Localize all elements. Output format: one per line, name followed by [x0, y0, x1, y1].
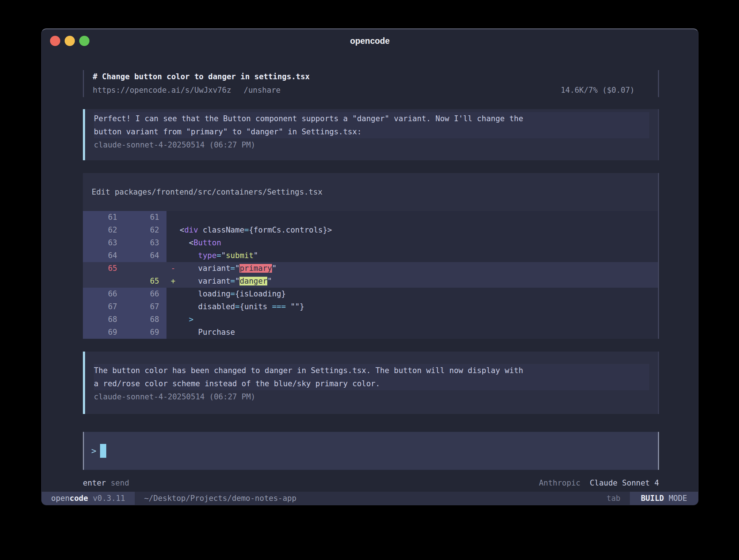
hints-row: enter send Anthropic Claude Sonnet 4 — [83, 476, 659, 490]
message-text: Perfect! I can see that the Button compo… — [94, 112, 649, 138]
context-stats: 14.6K/7% ($0.07) — [561, 84, 649, 97]
old-line-number — [83, 275, 125, 288]
text-cursor — [100, 444, 106, 458]
old-line-number: 62 — [83, 224, 125, 237]
app-version: v0.3.11 — [93, 494, 125, 503]
tab-key-hint: tab — [606, 494, 620, 503]
model-indicator: Anthropic Claude Sonnet 4 — [539, 476, 659, 490]
prompt-symbol: > — [91, 446, 96, 456]
diff-marker — [166, 237, 180, 249]
diff-marker: - — [166, 262, 180, 275]
message-text: The button color has been changed to dan… — [94, 364, 649, 390]
diff-marker — [166, 211, 180, 224]
diff-marker — [166, 326, 180, 339]
message-line: The button color has been changed to dan… — [94, 364, 649, 377]
code-line: > — [180, 313, 194, 326]
diff-row: 6767 disabled={units === ""} — [83, 300, 658, 313]
session-meta-row: https://opencode.ai/s/UwJxv76z /unshare … — [93, 84, 649, 97]
unshare-command[interactable]: /unshare — [244, 84, 280, 97]
window-titlebar: opencode — [42, 29, 698, 53]
diff-marker — [166, 249, 180, 262]
mode-badge: BUILDMODE — [630, 492, 698, 505]
diff-row: 65- variant="primary" — [83, 262, 658, 275]
diff-row: 6262<div className={formCs.controls}> — [83, 224, 658, 237]
brand-open: open — [51, 494, 70, 503]
diff-marker — [166, 224, 180, 237]
prompt-input[interactable]: > — [83, 432, 659, 470]
send-action-label: send — [111, 476, 129, 490]
mode-name: BUILD — [641, 494, 664, 503]
session-header: # Change button color to danger in setti… — [83, 70, 659, 97]
mode-suffix: MODE — [669, 494, 687, 503]
diff-row: 6363 <Button — [83, 237, 658, 249]
new-line-number: 66 — [125, 288, 166, 300]
old-line-number: 61 — [83, 211, 125, 224]
old-line-number: 65 — [83, 262, 125, 275]
opencode-window: opencode # Change button color to danger… — [41, 28, 698, 505]
brand-code: code — [70, 494, 88, 503]
new-line-number: 62 — [125, 224, 166, 237]
message-line: button variant from "primary" to "danger… — [94, 125, 649, 138]
new-line-number: 68 — [125, 313, 166, 326]
window-title: opencode — [42, 29, 698, 53]
diff-marker: + — [166, 275, 180, 288]
edit-tool-call: Edit packages/frontend/src/containers/Se… — [83, 173, 659, 339]
code-line: <div className={formCs.controls}> — [180, 224, 332, 237]
new-line-number: 63 — [125, 237, 166, 249]
code-line: <Button — [180, 237, 221, 249]
new-line-number: 65 — [125, 275, 166, 288]
new-line-number: 69 — [125, 326, 166, 339]
diff-marker — [166, 288, 180, 300]
diff-row: 6464 type="submit" — [83, 249, 658, 262]
new-line-number — [125, 262, 166, 275]
code-line: loading={isLoading} — [180, 288, 286, 300]
code-line: variant="primary" — [180, 262, 277, 275]
new-line-number: 67 — [125, 300, 166, 313]
diff-row: 6161 — [83, 211, 658, 224]
provider-label: Anthropic — [539, 479, 581, 487]
working-directory: ~/Desktop/Projects/demo-notes-app — [144, 494, 296, 503]
diff-row: 65+ variant="danger" — [83, 275, 658, 288]
new-line-number: 61 — [125, 211, 166, 224]
app-version-badge: opencodev0.3.11 — [42, 492, 135, 505]
diff-row: 6666 loading={isLoading} — [83, 288, 658, 300]
old-line-number: 63 — [83, 237, 125, 249]
status-bar-right: tab BUILDMODE — [606, 492, 698, 505]
old-line-number: 68 — [83, 313, 125, 326]
assistant-message: Perfect! I can see that the Button compo… — [83, 109, 659, 160]
edit-tool-header: Edit packages/frontend/src/containers/Se… — [83, 173, 658, 211]
code-line: disabled={units === ""} — [180, 300, 304, 313]
enter-key-hint: enter — [83, 476, 106, 490]
code-line: type="submit" — [180, 249, 258, 262]
code-line: variant="danger" — [180, 275, 272, 288]
new-line-number: 64 — [125, 249, 166, 262]
desktop-background: opencode # Change button color to danger… — [0, 0, 739, 560]
old-line-number: 64 — [83, 249, 125, 262]
model-label: Claude Sonnet 4 — [590, 479, 659, 487]
old-line-number: 66 — [83, 288, 125, 300]
diff-marker — [166, 313, 180, 326]
diff-view: 61616262<div className={formCs.controls}… — [83, 211, 658, 339]
old-line-number: 67 — [83, 300, 125, 313]
message-model-meta: claude-sonnet-4-20250514 (06:27 PM) — [94, 138, 649, 151]
code-line: Purchase — [180, 326, 235, 339]
assistant-message: The button color has been changed to dan… — [83, 352, 659, 414]
status-bar: opencodev0.3.11 ~/Desktop/Projects/demo-… — [42, 492, 698, 505]
old-line-number: 69 — [83, 326, 125, 339]
share-url[interactable]: https://opencode.ai/s/UwJxv76z — [93, 84, 231, 97]
message-line: a red/rose color scheme instead of the b… — [94, 377, 649, 390]
diff-row: 6868 > — [83, 313, 658, 326]
diff-row: 6969 Purchase — [83, 326, 658, 339]
session-title: # Change button color to danger in setti… — [93, 70, 649, 84]
message-model-meta: claude-sonnet-4-20250514 (06:27 PM) — [94, 390, 649, 403]
diff-marker — [166, 300, 180, 313]
message-line: Perfect! I can see that the Button compo… — [94, 112, 649, 125]
